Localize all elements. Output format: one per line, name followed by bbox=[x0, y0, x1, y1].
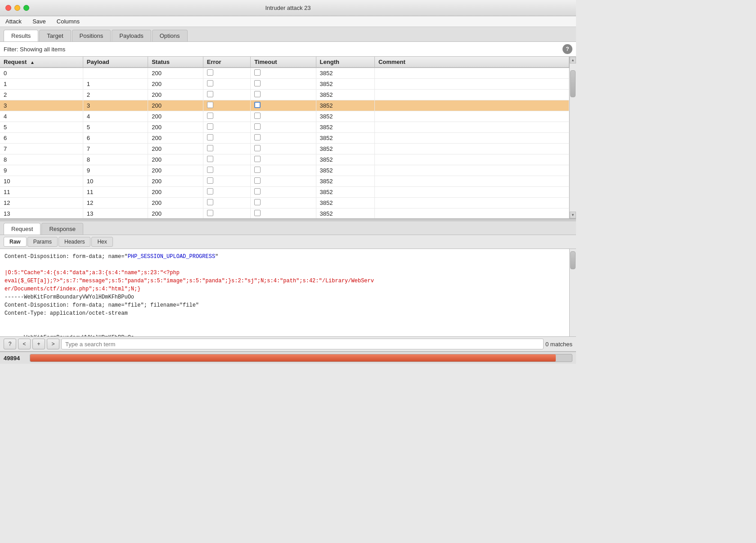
filter-bar: Filter: Showing all items ? bbox=[0, 42, 576, 57]
error-checkbox[interactable] bbox=[207, 69, 213, 76]
code-line-3: |O:5:"Cache":4:{s:4:"data";a:3:{s:4:"nam… bbox=[4, 269, 572, 277]
col-timeout[interactable]: Timeout bbox=[251, 57, 316, 68]
cell-comment bbox=[374, 133, 569, 144]
cell-error bbox=[203, 154, 250, 165]
table-row[interactable]: 10 10 200 3852 bbox=[0, 176, 569, 187]
search-next-button[interactable]: > bbox=[47, 339, 59, 349]
tab-options[interactable]: Options bbox=[152, 30, 188, 41]
cell-status: 200 bbox=[148, 133, 203, 144]
table-row[interactable]: 9 9 200 3852 bbox=[0, 165, 569, 176]
tab-payloads[interactable]: Payloads bbox=[112, 30, 151, 41]
table-row[interactable]: 7 7 200 3852 bbox=[0, 144, 569, 154]
table-row[interactable]: 2 2 200 3852 bbox=[0, 90, 569, 100]
tab-target[interactable]: Target bbox=[39, 30, 71, 41]
timeout-checkbox[interactable] bbox=[254, 123, 261, 130]
filter-help-button[interactable]: ? bbox=[562, 44, 572, 54]
error-checkbox[interactable] bbox=[207, 113, 213, 119]
subtab-headers[interactable]: Headers bbox=[58, 237, 90, 247]
error-checkbox[interactable] bbox=[207, 80, 213, 86]
cell-error bbox=[203, 68, 250, 79]
table-row[interactable]: 8 8 200 3852 bbox=[0, 154, 569, 165]
code-scrollbar-thumb[interactable] bbox=[570, 251, 576, 269]
error-checkbox[interactable] bbox=[207, 156, 213, 162]
col-error[interactable]: Error bbox=[203, 57, 250, 68]
tab-response[interactable]: Response bbox=[41, 223, 83, 235]
cell-error bbox=[203, 187, 250, 198]
cell-comment bbox=[374, 100, 569, 111]
timeout-checkbox[interactable] bbox=[254, 145, 261, 151]
code-scrollbar[interactable] bbox=[569, 249, 576, 336]
col-comment[interactable]: Comment bbox=[374, 57, 569, 68]
cell-length: 3852 bbox=[316, 111, 374, 122]
error-checkbox[interactable] bbox=[207, 145, 213, 151]
close-button[interactable] bbox=[5, 5, 11, 11]
cell-comment bbox=[374, 122, 569, 133]
timeout-checkbox[interactable] bbox=[254, 167, 261, 173]
col-length[interactable]: Length bbox=[316, 57, 374, 68]
cell-status: 200 bbox=[148, 100, 203, 111]
timeout-checkbox[interactable] bbox=[254, 102, 261, 108]
timeout-checkbox[interactable] bbox=[254, 199, 261, 205]
tab-request[interactable]: Request bbox=[4, 223, 40, 235]
search-prev-button[interactable]: < bbox=[18, 339, 31, 349]
cell-length: 3852 bbox=[316, 68, 374, 79]
cell-status: 200 bbox=[148, 165, 203, 176]
subtab-raw[interactable]: Raw bbox=[4, 237, 27, 247]
error-checkbox[interactable] bbox=[207, 134, 213, 140]
table-row[interactable]: 6 6 200 3852 bbox=[0, 133, 569, 144]
timeout-checkbox[interactable] bbox=[254, 134, 261, 140]
error-checkbox[interactable] bbox=[207, 167, 213, 173]
table-row[interactable]: 0 200 3852 bbox=[0, 68, 569, 79]
maximize-button[interactable] bbox=[23, 5, 29, 11]
minimize-button[interactable] bbox=[14, 5, 20, 11]
subtab-params[interactable]: Params bbox=[27, 237, 58, 247]
error-checkbox[interactable] bbox=[207, 123, 213, 130]
error-checkbox[interactable] bbox=[207, 188, 213, 195]
timeout-checkbox[interactable] bbox=[254, 210, 261, 216]
cell-timeout bbox=[251, 79, 316, 90]
error-checkbox[interactable] bbox=[207, 91, 213, 97]
subtab-hex[interactable]: Hex bbox=[91, 237, 112, 247]
scrollbar-thumb[interactable] bbox=[570, 70, 576, 97]
menu-columns[interactable]: Columns bbox=[55, 17, 81, 26]
table-row[interactable]: 11 11 200 3852 bbox=[0, 187, 569, 198]
menu-save[interactable]: Save bbox=[31, 17, 48, 26]
timeout-checkbox[interactable] bbox=[254, 113, 261, 119]
table-scrollbar[interactable]: ▲ ▼ bbox=[569, 57, 576, 218]
timeout-checkbox[interactable] bbox=[254, 156, 261, 162]
timeout-checkbox[interactable] bbox=[254, 177, 261, 184]
col-status[interactable]: Status bbox=[148, 57, 203, 68]
timeout-checkbox[interactable] bbox=[254, 80, 261, 86]
error-checkbox[interactable] bbox=[207, 199, 213, 205]
tab-positions[interactable]: Positions bbox=[72, 30, 111, 41]
table-row[interactable]: 1 1 200 3852 bbox=[0, 79, 569, 90]
error-checkbox[interactable] bbox=[207, 102, 213, 108]
scrollbar-up[interactable]: ▲ bbox=[570, 57, 576, 63]
tab-results[interactable]: Results bbox=[4, 30, 38, 41]
cell-length: 3852 bbox=[316, 122, 374, 133]
search-input[interactable] bbox=[61, 339, 544, 349]
table-row[interactable]: 13 13 200 3852 bbox=[0, 208, 569, 219]
search-help-button[interactable]: ? bbox=[4, 339, 16, 349]
col-request[interactable]: Request ▲ bbox=[0, 57, 83, 68]
scrollbar-down[interactable]: ▼ bbox=[570, 212, 576, 218]
filter-text: Filter: Showing all items bbox=[4, 46, 559, 53]
timeout-checkbox[interactable] bbox=[254, 188, 261, 195]
table-row[interactable]: 5 5 200 3852 bbox=[0, 122, 569, 133]
table-row[interactable]: 12 12 200 3852 bbox=[0, 198, 569, 208]
table-row[interactable]: 4 4 200 3852 bbox=[0, 111, 569, 122]
cell-length: 3852 bbox=[316, 90, 374, 100]
timeout-checkbox[interactable] bbox=[254, 91, 261, 97]
cell-comment bbox=[374, 208, 569, 219]
cell-request: 10 bbox=[0, 176, 83, 187]
timeout-checkbox[interactable] bbox=[254, 69, 261, 76]
matches-label: 0 matches bbox=[545, 341, 572, 348]
error-checkbox[interactable] bbox=[207, 210, 213, 216]
col-payload[interactable]: Payload bbox=[83, 57, 148, 68]
progress-fill bbox=[30, 354, 556, 362]
cell-length: 3852 bbox=[316, 100, 374, 111]
table-row[interactable]: 3 3 200 3852 bbox=[0, 100, 569, 111]
search-add-button[interactable]: + bbox=[32, 339, 45, 349]
error-checkbox[interactable] bbox=[207, 177, 213, 184]
menu-attack[interactable]: Attack bbox=[4, 17, 23, 26]
